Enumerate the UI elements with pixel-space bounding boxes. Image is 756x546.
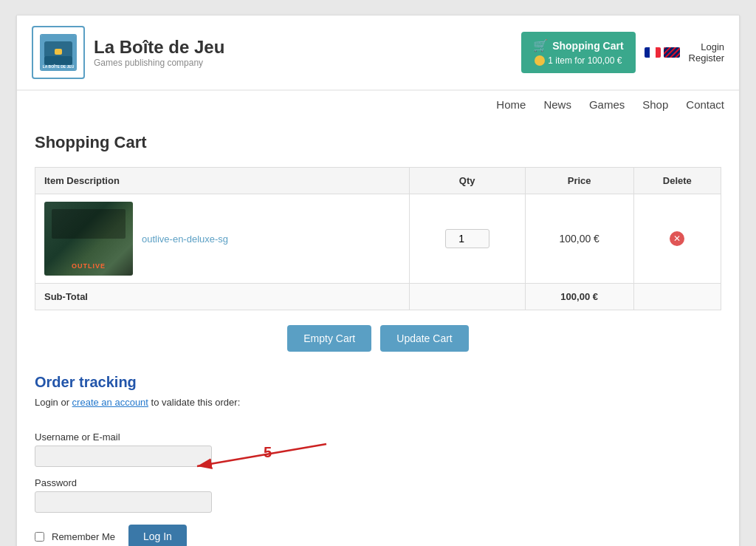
col-qty: Qty — [409, 168, 525, 194]
header: LA BOÎTE DE JEU La Boîte de Jeu Games pu… — [17, 16, 739, 90]
password-input[interactable] — [35, 491, 212, 513]
password-field-group: Password — [35, 477, 721, 513]
nav-bar: Home News Games Shop Contact — [17, 90, 739, 118]
product-cell: outlive-en-deluxe-sg — [35, 194, 410, 284]
brand-name: La Boîte de Jeu — [94, 37, 224, 58]
subtotal-label: Sub-Total — [35, 284, 410, 310]
qty-cell — [409, 194, 525, 284]
subtotal-empty-qty — [409, 284, 525, 310]
logo-svg: LA BOÎTE DE JEU — [41, 35, 75, 69]
desc-post: to validate this order: — [151, 397, 241, 408]
product-name-link[interactable]: outlive-en-deluxe-sg — [142, 233, 228, 245]
login-button[interactable]: Log In — [128, 525, 187, 546]
page-content: Shopping Cart Item Description Qty Price… — [17, 118, 739, 546]
shopping-cart-button[interactable]: 🛒 Shopping Cart 1 item for 100,00 € — [521, 32, 635, 72]
nav-contact[interactable]: Contact — [686, 98, 724, 111]
language-flags — [645, 47, 680, 58]
order-tracking-section: Order tracking Login or create an accoun… — [35, 374, 721, 546]
subtotal-empty-delete — [633, 284, 721, 310]
nav-news[interactable]: News — [543, 98, 571, 111]
qty-input[interactable] — [445, 229, 489, 248]
cart-actions: Empty Cart Update Cart — [35, 325, 721, 352]
subtotal-row: Sub-Total 100,00 € — [35, 284, 721, 310]
col-description: Item Description — [35, 168, 410, 194]
remember-row: Remember Me Log In — [35, 525, 721, 546]
svg-text:LA BOÎTE DE JEU: LA BOÎTE DE JEU — [43, 64, 75, 69]
desc-pre: Login or — [35, 397, 69, 408]
subtotal-value: 100,00 € — [525, 284, 633, 310]
logo-box: LA BOÎTE DE JEU — [32, 26, 85, 79]
brand-tagline: Games publishing company — [94, 58, 224, 68]
nav-shop[interactable]: Shop — [642, 98, 668, 111]
cart-table: Item Description Qty Price Delete outliv… — [35, 167, 721, 310]
remember-me-checkbox[interactable] — [35, 532, 44, 542]
price-cell: 100,00 € — [525, 194, 633, 284]
header-top-right: 🛒 Shopping Cart 1 item for 100,00 € Logi… — [521, 32, 724, 72]
password-label: Password — [35, 477, 721, 488]
logo-area: LA BOÎTE DE JEU La Boîte de Jeu Games pu… — [32, 26, 224, 79]
delete-button[interactable]: ✕ — [670, 231, 684, 246]
flag-french[interactable] — [645, 47, 661, 58]
flag-english[interactable] — [664, 47, 680, 58]
delete-cell: ✕ — [633, 194, 721, 284]
table-row: outlive-en-deluxe-sg 100,00 € ✕ — [35, 194, 721, 284]
cart-table-body: outlive-en-deluxe-sg 100,00 € ✕ Sub-Tota… — [35, 194, 721, 310]
register-link[interactable]: Register — [689, 52, 724, 64]
header-right: 🛒 Shopping Cart 1 item for 100,00 € Logi… — [521, 32, 724, 72]
col-delete: Delete — [633, 168, 721, 194]
cart-coin-icon — [535, 55, 545, 66]
brand-info: La Boîte de Jeu Games publishing company — [94, 37, 224, 68]
cart-table-head: Item Description Qty Price Delete — [35, 168, 721, 194]
remember-me-label: Remember Me — [52, 531, 115, 542]
svg-rect-3 — [55, 49, 62, 55]
order-tracking-desc: Login or create an account to validate t… — [35, 397, 721, 408]
page-title: Shopping Cart — [35, 133, 721, 152]
username-field-group: Username or E-mail — [35, 431, 721, 467]
update-cart-button[interactable]: Update Cart — [380, 325, 468, 352]
username-label: Username or E-mail — [35, 431, 721, 443]
auth-links: Login Register — [689, 41, 724, 64]
cart-button-label: Shopping Cart — [552, 39, 623, 54]
cart-button-sublabel: 1 item for 100,00 € — [548, 55, 622, 67]
cart-icon: 🛒 — [533, 38, 548, 54]
order-tracking-title: Order tracking — [35, 374, 721, 391]
empty-cart-button[interactable]: Empty Cart — [287, 325, 371, 352]
nav-games[interactable]: Games — [589, 98, 625, 111]
create-account-link[interactable]: create an account — [72, 397, 148, 408]
product-image — [44, 202, 133, 276]
nav-home[interactable]: Home — [496, 98, 526, 111]
col-price: Price — [525, 168, 633, 194]
login-link[interactable]: Login — [701, 41, 724, 52]
username-input[interactable] — [35, 446, 212, 467]
